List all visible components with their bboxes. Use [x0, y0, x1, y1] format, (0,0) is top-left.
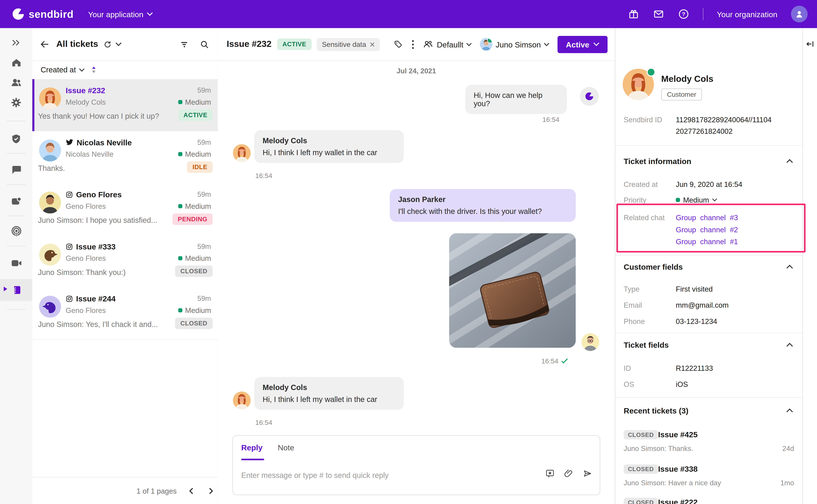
- related-chat-link-3[interactable]: Group channel #3: [676, 214, 738, 222]
- chevron-down-icon: [544, 43, 549, 46]
- organization-name[interactable]: Your organization: [717, 10, 777, 19]
- nav-home[interactable]: [0, 52, 32, 73]
- recent-ticket-title[interactable]: Issue #425: [658, 430, 698, 439]
- type-value: First visited: [676, 285, 713, 293]
- tag-icon[interactable]: [394, 39, 403, 49]
- status-badge: CLOSED: [175, 266, 213, 277]
- ticket-priority: Medium: [178, 254, 211, 262]
- chevron-down-icon: [79, 68, 84, 72]
- gift-icon[interactable]: [628, 8, 639, 20]
- ticket-item-nicolas[interactable]: Nicolas Neville 59m Nicolas Neville Medi…: [32, 131, 218, 184]
- message-input[interactable]: Enter message or type # to send quick re…: [241, 471, 389, 479]
- sendbird-id-value-2: 20277261824002: [676, 127, 797, 135]
- nav-users[interactable]: [0, 72, 32, 93]
- refresh-icon[interactable]: [103, 40, 112, 49]
- nav-contacts[interactable]: [0, 190, 32, 211]
- rail-divider: [7, 246, 26, 246]
- chevron-up-icon[interactable]: [786, 408, 793, 413]
- os-label: OS: [624, 380, 634, 388]
- avatar-jason: [581, 333, 599, 351]
- sendbird-logo[interactable]: sendbird: [12, 7, 74, 21]
- ticket-item-issue-232[interactable]: Issue #232 59m Melody Cols Medium Yes th…: [32, 79, 218, 132]
- nav-calls[interactable]: [0, 252, 32, 273]
- ticket-item-geno[interactable]: Geno Flores 59m Geno Flores Medium Juno …: [32, 183, 218, 236]
- sort-icon[interactable]: [91, 66, 97, 74]
- message-time: 16:54: [542, 116, 559, 123]
- chevron-down-icon[interactable]: [116, 42, 121, 46]
- team-icon: [423, 39, 434, 50]
- chevron-up-icon[interactable]: [786, 265, 793, 269]
- agent-selector[interactable]: Juno Simson: [480, 38, 549, 50]
- avatar-melody: [39, 87, 61, 109]
- avatar-bird-brown: [39, 244, 61, 266]
- ticket-priority: Medium: [178, 98, 211, 106]
- related-chat-link-1[interactable]: Group channel #1: [676, 237, 738, 246]
- ticket-preview: Juno Simson: I hope you satisfied...: [38, 216, 172, 224]
- ticket-item-issue-244[interactable]: Issue #244 59m Geno Flores Medium Juno S…: [32, 287, 218, 340]
- ticket-priority: Medium: [178, 306, 211, 314]
- search-icon[interactable]: [199, 39, 210, 49]
- sort-selector[interactable]: Created at: [41, 66, 97, 74]
- chat-date: Jul 24, 2021: [218, 67, 615, 75]
- ticket-item-issue-333[interactable]: Issue #333 59m Geno Flores Medium Juno S…: [32, 235, 218, 288]
- avatar-juno: [480, 38, 492, 50]
- status-badge: ACTIVE: [178, 109, 213, 121]
- application-selector[interactable]: Your application: [88, 10, 153, 19]
- next-page-button[interactable]: [207, 487, 214, 495]
- recent-ticket-preview: Juno Simson: Thanks.: [624, 445, 693, 452]
- ticket-customer: Melody Cols: [66, 98, 106, 106]
- status-badge: IDLE: [187, 161, 213, 173]
- logo-text: sendbird: [29, 8, 74, 20]
- priority-selector[interactable]: Medium: [676, 196, 717, 204]
- chevron-up-icon[interactable]: [786, 159, 793, 163]
- send-icon[interactable]: [582, 469, 592, 478]
- sort-row: Created at: [32, 60, 218, 80]
- nav-moderation[interactable]: [0, 129, 32, 149]
- collapse-panel-icon[interactable]: [805, 39, 814, 48]
- sort-label: Created at: [41, 66, 76, 74]
- ticket-time: 59m: [197, 86, 211, 94]
- kebab-menu-icon[interactable]: [412, 39, 415, 49]
- ticket-time: 59m: [197, 139, 211, 146]
- help-icon[interactable]: ?: [678, 8, 689, 20]
- chat-bubble-icon: [10, 164, 22, 176]
- related-chat-link-2[interactable]: Group channel #2: [676, 225, 738, 234]
- email-label: Email: [624, 301, 642, 309]
- user-avatar[interactable]: [791, 6, 808, 22]
- wallet-image-attachment[interactable]: [449, 233, 576, 348]
- panel-divider: [616, 255, 803, 256]
- ticket-title: Issue #232: [66, 86, 105, 95]
- prev-page-button[interactable]: [188, 487, 195, 495]
- online-dot: [487, 38, 493, 43]
- info-panel: Melody Cols Customer Sendbird ID 1129817…: [615, 28, 802, 504]
- rail-divider: [7, 153, 26, 154]
- quick-reply-icon[interactable]: [545, 469, 555, 478]
- rail-divider: [7, 121, 26, 121]
- back-arrow-icon[interactable]: [39, 39, 50, 50]
- recent-ticket-title[interactable]: Issue #338: [658, 465, 698, 473]
- instagram-icon: [66, 191, 73, 198]
- sendbird-bot-icon: [584, 91, 594, 101]
- shield-check-icon: [10, 133, 22, 145]
- contacts-icon: [10, 195, 22, 207]
- team-selector[interactable]: Defaullt: [423, 39, 472, 50]
- recent-ticket-title[interactable]: Issue #222: [658, 498, 698, 504]
- ticket-tag-chip[interactable]: Sensitive data: [317, 38, 380, 51]
- mail-icon[interactable]: [653, 8, 665, 20]
- nav-broadcast[interactable]: [0, 221, 32, 242]
- chevron-down-icon: [712, 198, 717, 202]
- check-icon: [561, 358, 568, 364]
- expand-sidebar-button[interactable]: [0, 32, 32, 53]
- tab-note[interactable]: Note: [278, 443, 294, 452]
- tab-reply[interactable]: Reply: [241, 443, 263, 452]
- broadcast-icon: [10, 226, 22, 238]
- paperclip-icon[interactable]: [564, 469, 573, 478]
- nav-chat[interactable]: [0, 159, 32, 180]
- filter-icon[interactable]: [179, 39, 189, 49]
- ticket-status-button[interactable]: Active: [557, 36, 607, 53]
- nav-settings[interactable]: [0, 92, 32, 113]
- message-time: 16:54: [255, 419, 272, 426]
- customer-badge: Customer: [661, 88, 702, 100]
- close-icon[interactable]: [370, 42, 374, 47]
- chevron-up-icon[interactable]: [786, 343, 793, 347]
